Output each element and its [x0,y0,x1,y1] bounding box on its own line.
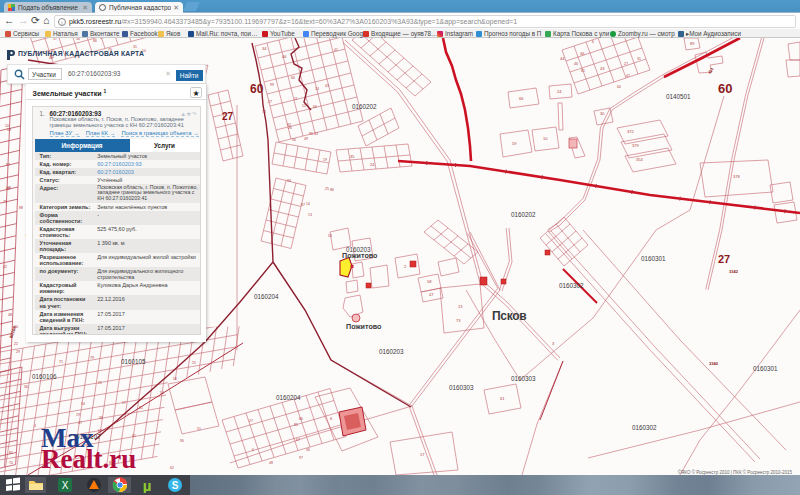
svg-text:66: 66 [519,96,524,101]
svg-text:S: S [172,480,179,491]
svg-text:66: 66 [299,417,303,421]
svg-text:17: 17 [420,452,425,457]
svg-text:X: X [62,480,69,491]
svg-text:3: 3 [552,341,555,346]
svg-text:0160204: 0160204 [276,394,301,401]
svg-text:0160302: 0160302 [559,282,584,289]
svg-text:24: 24 [370,162,375,167]
svg-text:0160301: 0160301 [641,255,666,262]
svg-text:82: 82 [139,406,143,410]
svg-text:86: 86 [93,39,97,43]
svg-text:27: 27 [718,253,730,265]
svg-text:67: 67 [296,438,300,442]
svg-text:56: 56 [173,377,177,381]
svg-text:59: 59 [512,141,517,146]
svg-text:3340: 3340 [709,361,719,366]
svg-text:0160105: 0160105 [121,358,146,365]
svg-text:81: 81 [581,69,585,73]
svg-text:3342: 3342 [729,269,739,274]
svg-text:66: 66 [6,187,10,191]
svg-text:378: 378 [733,174,740,179]
svg-text:36: 36 [99,416,103,420]
svg-text:69: 69 [98,429,102,433]
svg-text:29: 29 [16,350,20,354]
svg-text:73: 73 [456,318,461,323]
svg-text:10: 10 [543,136,548,141]
svg-text:74: 74 [262,110,266,114]
svg-text:94: 94 [287,179,291,183]
svg-text:372: 372 [627,129,634,134]
svg-text:13: 13 [458,304,463,309]
svg-text:22: 22 [14,342,18,346]
svg-text:14: 14 [315,87,319,91]
svg-text:97: 97 [299,456,303,460]
svg-text:60: 60 [617,85,621,89]
svg-text:62: 62 [170,466,174,470]
svg-text:99: 99 [270,83,274,87]
svg-text:66: 66 [313,105,317,109]
svg-text:60: 60 [250,82,264,96]
svg-text:61: 61 [500,396,505,401]
svg-text:0160302: 0160302 [632,424,657,431]
svg-text:86: 86 [330,188,334,192]
svg-text:13: 13 [308,213,312,217]
svg-text:60: 60 [718,81,732,96]
svg-text:19: 19 [323,158,327,162]
svg-text:43: 43 [600,66,605,71]
svg-text:6: 6 [592,40,594,44]
svg-text:43: 43 [314,132,318,136]
svg-text:51: 51 [197,427,201,431]
svg-text:46: 46 [282,54,287,59]
svg-text:48: 48 [269,461,273,465]
svg-text:27: 27 [624,62,628,66]
svg-text:46: 46 [580,51,585,56]
svg-text:57: 57 [53,38,57,41]
svg-text:Псков: Псков [492,309,526,323]
svg-text:0160204: 0160204 [254,293,279,300]
svg-text:27: 27 [268,100,272,104]
svg-text:89: 89 [690,41,695,46]
svg-text:30: 30 [600,111,605,116]
svg-text:12: 12 [302,104,306,108]
svg-text:58: 58 [427,279,432,284]
svg-text:48: 48 [8,313,12,317]
svg-text:11: 11 [294,97,298,101]
svg-text:90: 90 [180,439,184,443]
svg-text:25: 25 [192,361,196,365]
svg-text:31: 31 [637,57,641,61]
svg-text:88: 88 [19,206,23,210]
svg-text:31: 31 [133,45,137,49]
svg-text:79: 79 [90,356,94,360]
svg-text:41: 41 [334,48,338,52]
svg-text:34: 34 [262,46,267,51]
svg-text:0160301: 0160301 [753,365,778,372]
svg-text:92: 92 [287,123,291,127]
svg-text:36: 36 [306,448,310,452]
svg-text:47: 47 [626,74,630,78]
svg-text:35: 35 [350,154,355,159]
svg-text:Пожитово: Пожитово [346,322,382,331]
svg-text:354: 354 [636,157,643,162]
svg-text:97: 97 [6,163,10,167]
svg-text:0160303: 0160303 [449,384,474,391]
svg-text:6: 6 [330,416,333,421]
svg-text:2: 2 [404,264,407,269]
svg-text:67: 67 [100,38,104,40]
svg-text:0160202: 0160202 [511,211,536,218]
svg-text:0160202: 0160202 [352,103,377,110]
svg-text:43: 43 [325,84,329,88]
svg-text:85: 85 [294,423,298,427]
svg-text:14: 14 [306,202,310,206]
svg-text:56: 56 [76,38,80,41]
svg-text:19: 19 [76,413,80,417]
svg-text:0140501: 0140501 [666,93,691,100]
svg-text:Пожитово: Пожитово [342,251,378,260]
svg-text:µ: µ [143,477,152,493]
svg-text:96: 96 [309,132,313,136]
svg-text:58: 58 [7,128,11,132]
svg-text:421: 421 [707,66,715,75]
svg-text:46: 46 [574,62,578,66]
svg-text:6: 6 [252,448,254,452]
svg-text:81: 81 [9,451,13,455]
svg-text:21: 21 [98,381,102,385]
